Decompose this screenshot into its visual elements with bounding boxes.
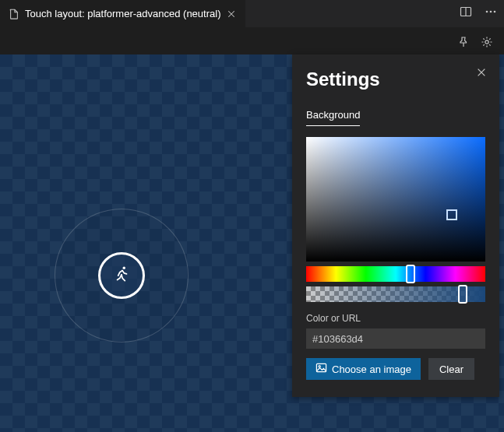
hue-slider[interactable] [306, 266, 485, 282]
svg-point-4 [494, 11, 496, 13]
secondary-actions [456, 34, 495, 50]
settings-panel: Settings Background Color or URL Choose … [292, 54, 499, 397]
gear-icon[interactable] [479, 34, 495, 50]
joystick-outer-ring[interactable] [55, 209, 189, 342]
alpha-slider[interactable] [306, 286, 485, 302]
svg-rect-7 [316, 364, 326, 371]
color-url-input[interactable] [306, 328, 485, 349]
more-actions-icon[interactable] [482, 3, 499, 20]
clear-button[interactable]: Clear [428, 358, 474, 380]
svg-point-3 [490, 11, 492, 13]
tab-background[interactable]: Background [306, 109, 360, 126]
panel-title: Settings [306, 68, 485, 90]
svg-point-8 [319, 366, 320, 367]
title-actions [457, 3, 499, 20]
pin-icon[interactable] [456, 34, 471, 50]
svg-point-6 [123, 266, 125, 269]
split-editor-icon[interactable] [457, 3, 474, 20]
joystick-thumb[interactable] [98, 252, 145, 299]
close-icon[interactable] [225, 8, 238, 20]
svg-point-5 [485, 40, 488, 44]
tab-bar: Touch layout: platformer-advanced (neutr… [0, 0, 504, 27]
editor-tab[interactable]: Touch layout: platformer-advanced (neutr… [0, 0, 246, 27]
hue-handle[interactable] [406, 265, 415, 283]
tab-label: Touch layout: platformer-advanced (neutr… [25, 8, 220, 19]
close-icon[interactable] [474, 65, 488, 79]
alpha-handle[interactable] [458, 285, 467, 304]
color-selector-handle[interactable] [446, 209, 457, 220]
button-row: Choose an image Clear [306, 358, 485, 380]
color-saturation-picker[interactable] [306, 137, 485, 262]
image-icon [315, 362, 327, 376]
run-icon [111, 265, 132, 287]
color-field-label: Color or URL [306, 313, 485, 324]
file-icon [8, 8, 20, 20]
choose-image-button[interactable]: Choose an image [306, 358, 421, 380]
svg-point-2 [486, 11, 488, 13]
choose-image-label: Choose an image [332, 364, 411, 375]
